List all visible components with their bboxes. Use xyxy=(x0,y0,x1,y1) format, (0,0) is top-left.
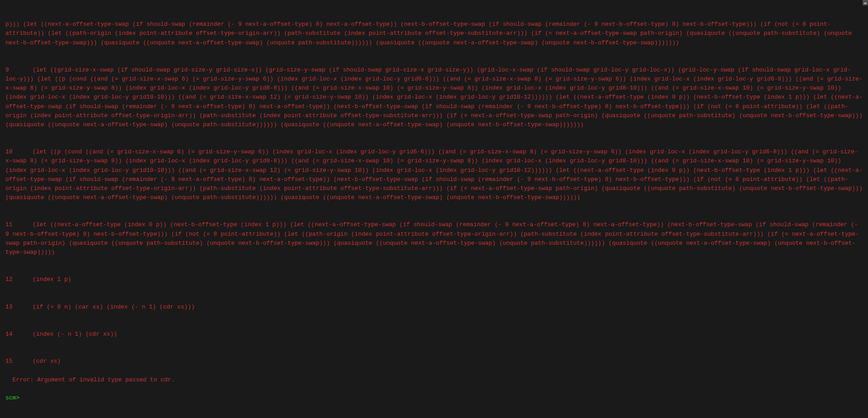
traceback-code: (let ((grid-size-x-swap (if should-swap … xyxy=(5,66,866,128)
error-message: Error: Argument of invalid type passed t… xyxy=(13,376,175,383)
scrollbar-up-button[interactable] xyxy=(863,0,868,5)
scheme-prompt: scm> xyxy=(5,394,19,401)
line-number: 11 xyxy=(5,220,33,229)
traceback-code: (let ((p (cond ((and (= grid-size-x-swap… xyxy=(5,148,866,201)
traceback-line-14: 14(index (- n 1) (cdr xs)) xyxy=(5,330,863,339)
traceback-code: (cdr xs) xyxy=(33,358,61,365)
traceback-line-11: 11(let ((next-a-offset-type (index 0 p))… xyxy=(5,220,863,257)
traceback-line-15: 15(cdr xs) xyxy=(5,357,863,366)
traceback-code: (index (- n 1) (cdr xs)) xyxy=(33,331,117,337)
line-number: 15 xyxy=(5,357,33,366)
line-number: 14 xyxy=(5,330,33,339)
line-number: 13 xyxy=(5,303,33,312)
terminal-output[interactable]: p))) (let ((next-a-offset-type-swap (if … xyxy=(0,0,868,413)
traceback-line-10: 10(let ((p (cond ((and (= grid-size-x-sw… xyxy=(5,147,863,202)
chevron-up-icon xyxy=(863,2,867,4)
traceback-line-continuation: p))) (let ((next-a-offset-type-swap (if … xyxy=(5,20,863,47)
traceback-code: (index 1 p) xyxy=(33,276,71,283)
line-number: 10 xyxy=(5,147,33,157)
traceback-line-13: 13(if (= 0 n) (car xs) (index (- n 1) (c… xyxy=(5,303,863,312)
traceback-code: (if (= 0 n) (car xs) (index (- n 1) (cdr… xyxy=(33,304,195,310)
traceback-code: (let ((next-a-offset-type (index 0 p)) (… xyxy=(5,221,861,255)
line-number: 12 xyxy=(5,275,33,284)
traceback-line-9: 9(let ((grid-size-x-swap (if should-swap… xyxy=(5,66,863,129)
prompt-line[interactable]: scm> xyxy=(5,394,863,403)
line-number: 9 xyxy=(5,66,33,75)
traceback-line-12: 12(index 1 p) xyxy=(5,275,863,284)
